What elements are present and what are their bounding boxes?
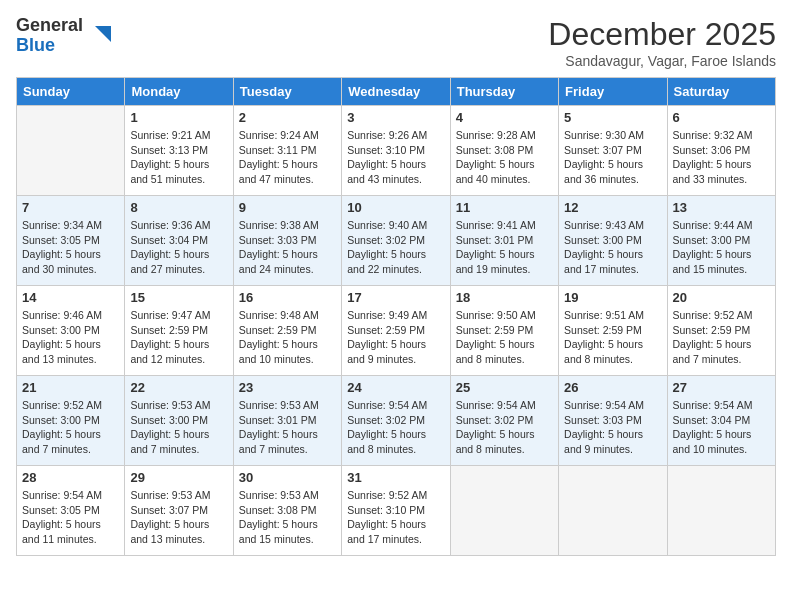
calendar-cell: 23Sunrise: 9:53 AMSunset: 3:01 PMDayligh… <box>233 376 341 466</box>
cell-sun-info: Sunrise: 9:43 AMSunset: 3:00 PMDaylight:… <box>564 218 661 277</box>
calendar-cell: 12Sunrise: 9:43 AMSunset: 3:00 PMDayligh… <box>559 196 667 286</box>
cell-sun-info: Sunrise: 9:52 AMSunset: 2:59 PMDaylight:… <box>673 308 770 367</box>
calendar-cell: 15Sunrise: 9:47 AMSunset: 2:59 PMDayligh… <box>125 286 233 376</box>
day-number: 30 <box>239 470 336 485</box>
cell-sun-info: Sunrise: 9:21 AMSunset: 3:13 PMDaylight:… <box>130 128 227 187</box>
cell-sun-info: Sunrise: 9:54 AMSunset: 3:02 PMDaylight:… <box>347 398 444 457</box>
calendar-cell: 21Sunrise: 9:52 AMSunset: 3:00 PMDayligh… <box>17 376 125 466</box>
calendar-cell: 27Sunrise: 9:54 AMSunset: 3:04 PMDayligh… <box>667 376 775 466</box>
calendar-cell: 9Sunrise: 9:38 AMSunset: 3:03 PMDaylight… <box>233 196 341 286</box>
day-number: 13 <box>673 200 770 215</box>
cell-sun-info: Sunrise: 9:48 AMSunset: 2:59 PMDaylight:… <box>239 308 336 367</box>
day-number: 29 <box>130 470 227 485</box>
cell-sun-info: Sunrise: 9:49 AMSunset: 2:59 PMDaylight:… <box>347 308 444 367</box>
weekday-header: Sunday <box>17 78 125 106</box>
cell-sun-info: Sunrise: 9:28 AMSunset: 3:08 PMDaylight:… <box>456 128 553 187</box>
day-number: 20 <box>673 290 770 305</box>
location-title: Sandavagur, Vagar, Faroe Islands <box>548 53 776 69</box>
cell-sun-info: Sunrise: 9:47 AMSunset: 2:59 PMDaylight:… <box>130 308 227 367</box>
cell-sun-info: Sunrise: 9:52 AMSunset: 3:00 PMDaylight:… <box>22 398 119 457</box>
day-number: 3 <box>347 110 444 125</box>
calendar-cell: 30Sunrise: 9:53 AMSunset: 3:08 PMDayligh… <box>233 466 341 556</box>
calendar-cell: 20Sunrise: 9:52 AMSunset: 2:59 PMDayligh… <box>667 286 775 376</box>
day-number: 6 <box>673 110 770 125</box>
weekday-header-row: SundayMondayTuesdayWednesdayThursdayFrid… <box>17 78 776 106</box>
calendar-cell: 25Sunrise: 9:54 AMSunset: 3:02 PMDayligh… <box>450 376 558 466</box>
day-number: 12 <box>564 200 661 215</box>
calendar-cell: 31Sunrise: 9:52 AMSunset: 3:10 PMDayligh… <box>342 466 450 556</box>
day-number: 25 <box>456 380 553 395</box>
cell-sun-info: Sunrise: 9:54 AMSunset: 3:03 PMDaylight:… <box>564 398 661 457</box>
day-number: 31 <box>347 470 444 485</box>
calendar-cell <box>450 466 558 556</box>
cell-sun-info: Sunrise: 9:30 AMSunset: 3:07 PMDaylight:… <box>564 128 661 187</box>
calendar-week-row: 7Sunrise: 9:34 AMSunset: 3:05 PMDaylight… <box>17 196 776 286</box>
cell-sun-info: Sunrise: 9:50 AMSunset: 2:59 PMDaylight:… <box>456 308 553 367</box>
cell-sun-info: Sunrise: 9:46 AMSunset: 3:00 PMDaylight:… <box>22 308 119 367</box>
day-number: 23 <box>239 380 336 395</box>
day-number: 15 <box>130 290 227 305</box>
calendar-cell: 19Sunrise: 9:51 AMSunset: 2:59 PMDayligh… <box>559 286 667 376</box>
calendar-cell: 3Sunrise: 9:26 AMSunset: 3:10 PMDaylight… <box>342 106 450 196</box>
day-number: 24 <box>347 380 444 395</box>
cell-sun-info: Sunrise: 9:53 AMSunset: 3:07 PMDaylight:… <box>130 488 227 547</box>
calendar-cell <box>17 106 125 196</box>
calendar-cell: 26Sunrise: 9:54 AMSunset: 3:03 PMDayligh… <box>559 376 667 466</box>
day-number: 4 <box>456 110 553 125</box>
calendar-cell: 4Sunrise: 9:28 AMSunset: 3:08 PMDaylight… <box>450 106 558 196</box>
day-number: 10 <box>347 200 444 215</box>
day-number: 1 <box>130 110 227 125</box>
cell-sun-info: Sunrise: 9:44 AMSunset: 3:00 PMDaylight:… <box>673 218 770 277</box>
day-number: 5 <box>564 110 661 125</box>
logo: General Blue <box>16 16 113 56</box>
calendar-cell: 10Sunrise: 9:40 AMSunset: 3:02 PMDayligh… <box>342 196 450 286</box>
day-number: 7 <box>22 200 119 215</box>
cell-sun-info: Sunrise: 9:24 AMSunset: 3:11 PMDaylight:… <box>239 128 336 187</box>
calendar-cell: 7Sunrise: 9:34 AMSunset: 3:05 PMDaylight… <box>17 196 125 286</box>
calendar-cell: 17Sunrise: 9:49 AMSunset: 2:59 PMDayligh… <box>342 286 450 376</box>
calendar-cell: 11Sunrise: 9:41 AMSunset: 3:01 PMDayligh… <box>450 196 558 286</box>
day-number: 2 <box>239 110 336 125</box>
logo-blue: Blue <box>16 35 55 55</box>
day-number: 22 <box>130 380 227 395</box>
cell-sun-info: Sunrise: 9:54 AMSunset: 3:05 PMDaylight:… <box>22 488 119 547</box>
day-number: 21 <box>22 380 119 395</box>
calendar-week-row: 14Sunrise: 9:46 AMSunset: 3:00 PMDayligh… <box>17 286 776 376</box>
day-number: 14 <box>22 290 119 305</box>
calendar-cell: 29Sunrise: 9:53 AMSunset: 3:07 PMDayligh… <box>125 466 233 556</box>
calendar-cell <box>667 466 775 556</box>
weekday-header: Thursday <box>450 78 558 106</box>
day-number: 26 <box>564 380 661 395</box>
day-number: 18 <box>456 290 553 305</box>
day-number: 11 <box>456 200 553 215</box>
cell-sun-info: Sunrise: 9:32 AMSunset: 3:06 PMDaylight:… <box>673 128 770 187</box>
weekday-header: Saturday <box>667 78 775 106</box>
month-title: December 2025 <box>548 16 776 53</box>
calendar-cell: 14Sunrise: 9:46 AMSunset: 3:00 PMDayligh… <box>17 286 125 376</box>
calendar-cell: 24Sunrise: 9:54 AMSunset: 3:02 PMDayligh… <box>342 376 450 466</box>
svg-marker-0 <box>95 26 111 42</box>
calendar-cell: 28Sunrise: 9:54 AMSunset: 3:05 PMDayligh… <box>17 466 125 556</box>
cell-sun-info: Sunrise: 9:53 AMSunset: 3:00 PMDaylight:… <box>130 398 227 457</box>
calendar-week-row: 1Sunrise: 9:21 AMSunset: 3:13 PMDaylight… <box>17 106 776 196</box>
cell-sun-info: Sunrise: 9:54 AMSunset: 3:04 PMDaylight:… <box>673 398 770 457</box>
calendar-cell: 6Sunrise: 9:32 AMSunset: 3:06 PMDaylight… <box>667 106 775 196</box>
day-number: 27 <box>673 380 770 395</box>
day-number: 19 <box>564 290 661 305</box>
calendar: SundayMondayTuesdayWednesdayThursdayFrid… <box>16 77 776 556</box>
title-block: December 2025 Sandavagur, Vagar, Faroe I… <box>548 16 776 69</box>
cell-sun-info: Sunrise: 9:34 AMSunset: 3:05 PMDaylight:… <box>22 218 119 277</box>
calendar-cell: 5Sunrise: 9:30 AMSunset: 3:07 PMDaylight… <box>559 106 667 196</box>
weekday-header: Tuesday <box>233 78 341 106</box>
calendar-cell: 16Sunrise: 9:48 AMSunset: 2:59 PMDayligh… <box>233 286 341 376</box>
cell-sun-info: Sunrise: 9:53 AMSunset: 3:08 PMDaylight:… <box>239 488 336 547</box>
day-number: 8 <box>130 200 227 215</box>
weekday-header: Monday <box>125 78 233 106</box>
cell-sun-info: Sunrise: 9:40 AMSunset: 3:02 PMDaylight:… <box>347 218 444 277</box>
calendar-cell: 8Sunrise: 9:36 AMSunset: 3:04 PMDaylight… <box>125 196 233 286</box>
calendar-week-row: 21Sunrise: 9:52 AMSunset: 3:00 PMDayligh… <box>17 376 776 466</box>
day-number: 16 <box>239 290 336 305</box>
logo-icon <box>85 22 113 50</box>
cell-sun-info: Sunrise: 9:41 AMSunset: 3:01 PMDaylight:… <box>456 218 553 277</box>
cell-sun-info: Sunrise: 9:51 AMSunset: 2:59 PMDaylight:… <box>564 308 661 367</box>
